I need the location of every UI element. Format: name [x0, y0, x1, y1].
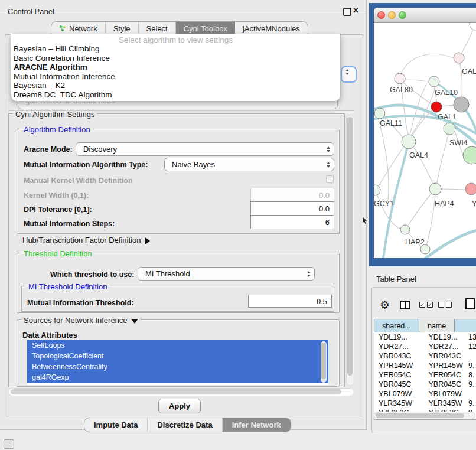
settings-horizontal-scrollbar-thumb[interactable] [11, 389, 341, 394]
cell: YBL079W [424, 390, 464, 398]
node-gcy1[interactable] [374, 185, 380, 195]
table-horizontal-scrollbar-thumb[interactable] [376, 413, 464, 418]
sources-legend[interactable]: Sources for Network Inference [21, 316, 141, 325]
close-traffic-light-icon[interactable] [377, 11, 385, 19]
node-gal11[interactable] [374, 108, 385, 119]
settings-vertical-scrollbar-thumb[interactable] [347, 117, 353, 376]
new-table-icon[interactable] [465, 298, 475, 309]
mi-steps-field[interactable]: 6 [250, 215, 334, 229]
node-swi4[interactable] [444, 123, 455, 135]
algorithm-option[interactable]: Basic Correlation Inference [11, 54, 340, 63]
mi-threshold-field[interactable]: 0.5 [248, 295, 332, 308]
sources-legend-label: Sources for Network Inference [24, 316, 128, 325]
tab-discretize-data[interactable]: Discretize Data [148, 418, 222, 432]
apply-button[interactable]: Apply [158, 399, 201, 413]
table-row[interactable]: YDR27... YDR27... 12 [374, 342, 476, 351]
node-gal10[interactable] [429, 76, 439, 87]
list-item[interactable]: BetweennessCentrality [27, 361, 328, 372]
tab-jactivemnodules-label: jActiveMNodules [243, 24, 300, 33]
table-row[interactable]: YLR345W YLR345W 9. [374, 399, 476, 408]
which-threshold-select[interactable]: MI Threshold [138, 267, 315, 281]
column-header-clipped[interactable] [455, 319, 476, 332]
attributes-list-scrollbar-thumb[interactable] [321, 343, 326, 379]
deselect-all-columns-button[interactable] [438, 302, 452, 308]
table-row[interactable]: YBR043C YBR043C [374, 351, 476, 361]
node[interactable] [454, 53, 464, 63]
column-header-name[interactable]: name [419, 319, 455, 332]
node-hap4[interactable] [429, 183, 441, 195]
node-gal4[interactable] [402, 135, 416, 149]
algorithm-dropdown-prompt: Select algorithm to view settings [11, 35, 340, 44]
settings-vertical-scrollbar[interactable] [346, 115, 354, 386]
tab-infer-network-label: Infer Network [232, 420, 281, 429]
tab-jactivemnodules[interactable]: jActiveMNodules [235, 22, 308, 35]
list-item[interactable]: gal4RGexp [27, 372, 328, 383]
kernel-width-field[interactable]: 0.0 [250, 188, 334, 202]
manual-kernel-width-checkbox[interactable] [326, 175, 334, 183]
node[interactable] [470, 23, 476, 30]
mi-threshold-label: Mutual Information Threshold: [27, 299, 134, 307]
algorithm-option[interactable]: Dream8 DC_TDC Algorithm [11, 90, 340, 100]
minimized-panel-button[interactable] [4, 439, 14, 449]
mi-algorithm-type-label: Mutual Information Algorithm Type: [24, 161, 148, 169]
column-header-shared-name[interactable]: shared... [374, 319, 419, 332]
tab-impute-data[interactable]: Impute Data [84, 418, 148, 432]
node[interactable] [463, 146, 476, 164]
cell: YDL19... [424, 333, 464, 341]
list-item[interactable]: TopologicalCoefficient [27, 351, 328, 361]
attributes-list-scrollbar[interactable] [321, 341, 327, 383]
select-all-columns-button[interactable]: ✓ ✓ [419, 302, 433, 308]
settings-horizontal-scrollbar[interactable] [8, 388, 354, 396]
node-label: GAL [462, 67, 476, 76]
control-panel-title: Control Panel [8, 7, 54, 16]
cyni-bottom-tabbar: Impute Data Discretize Data Infer Networ… [84, 418, 291, 432]
stepper-icon [304, 271, 314, 277]
node-gal80[interactable] [395, 73, 405, 84]
data-attributes-list[interactable]: SelfLoops TopologicalCoefficient Between… [27, 340, 328, 385]
dpi-tolerance-field[interactable]: 0.0 [250, 201, 334, 216]
algorithm-combo-stepper-fragment[interactable] [341, 66, 357, 83]
node-salmon[interactable] [465, 183, 476, 195]
network-canvas[interactable]: GAL GAL80 GAL10 GAL1 GAL11 SWI4 GAL4 GCY… [374, 23, 476, 258]
hub-definition-expander[interactable]: Hub/Transcription Factor Definition [22, 236, 150, 244]
algorithm-option[interactable]: Mutual Information Inference [11, 72, 340, 81]
zoom-traffic-light-icon[interactable] [399, 11, 406, 19]
columns-icon[interactable] [400, 301, 410, 309]
node-label: HAP4 [435, 200, 454, 208]
dpi-tolerance-value: 0.0 [319, 204, 330, 213]
stepper-icon [323, 162, 334, 168]
algorithm-option[interactable]: Bayesian – Hill Climbing [11, 44, 340, 54]
cell: YBL079W [374, 390, 424, 398]
table-panel-title: Table Panel [376, 275, 416, 283]
float-window-icon[interactable] [343, 8, 351, 16]
tab-network[interactable]: Network [51, 22, 106, 35]
node-gray[interactable] [454, 97, 469, 112]
table-row[interactable]: YBL079W YBL079W [374, 389, 476, 399]
collapse-down-icon [131, 319, 138, 324]
gear-icon[interactable]: ⚙ [380, 298, 390, 312]
tab-cyni-toolbox[interactable]: Cyni Toolbox [176, 22, 235, 35]
algorithm-option[interactable]: Bayesian – K2 [11, 81, 340, 90]
table-row[interactable]: YBR045C YBR045C 9. [374, 380, 476, 389]
algorithm-option-selected[interactable]: ARACNE Algorithm [11, 63, 340, 72]
close-icon[interactable]: ✕ [353, 6, 359, 15]
minimize-traffic-light-icon[interactable] [388, 11, 396, 19]
tab-infer-network[interactable]: Infer Network [223, 418, 291, 432]
table-horizontal-scrollbar[interactable] [374, 412, 475, 419]
tab-style[interactable]: Style [106, 22, 139, 35]
mi-algorithm-type-select[interactable]: Naive Bayes [164, 158, 334, 171]
which-threshold-value: MI Threshold [145, 269, 304, 278]
list-item[interactable]: SelfLoops [27, 340, 328, 351]
stepper-icon [323, 146, 334, 152]
node-gal1-red[interactable] [431, 102, 442, 112]
cell: YER054C [374, 371, 424, 379]
table-row[interactable]: YER054C YER054C 8. [374, 370, 476, 380]
tab-network-label: Network [69, 24, 97, 33]
node-hap2[interactable] [400, 225, 410, 234]
tab-select[interactable]: Select [139, 22, 176, 35]
table-row[interactable]: YDL19... YDL19... 13 [374, 332, 476, 342]
aracne-mode-select[interactable]: Discovery [76, 142, 334, 156]
table-row[interactable]: YPR145W YPR145W 9. [374, 361, 476, 370]
network-window-titlebar[interactable] [374, 8, 476, 23]
network-view-window[interactable]: GAL GAL80 GAL10 GAL1 GAL11 SWI4 GAL4 GCY… [374, 8, 476, 258]
